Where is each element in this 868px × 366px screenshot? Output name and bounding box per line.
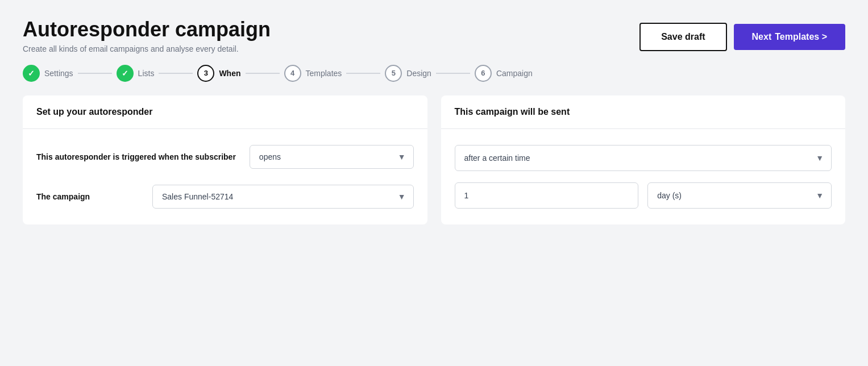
checkmark-icon: ✓ xyxy=(28,69,35,78)
timing-unit-select[interactable]: day (s) hour (s) minute (s) week (s) xyxy=(647,182,832,209)
timing-unit-wrapper: day (s) hour (s) minute (s) week (s) ▼ xyxy=(647,182,832,209)
header-left: Autoresponder campaign Create all kinds … xyxy=(23,18,271,53)
campaign-select[interactable]: Sales Funnel-52714 Campaign A Campaign B xyxy=(152,185,414,209)
left-card-title: Set up your autoresponder xyxy=(36,107,414,117)
trigger-label: This autoresponder is triggered when the… xyxy=(36,152,236,161)
next-label: Next xyxy=(752,32,772,42)
step-campaign-circle: 6 xyxy=(475,65,492,82)
step-design-number: 5 xyxy=(392,69,396,77)
step-settings-label: Settings xyxy=(44,69,73,78)
step-connector-2 xyxy=(159,73,193,74)
step-when-label: When xyxy=(219,69,240,78)
timing-number-input[interactable] xyxy=(455,182,639,209)
step-when-number: 3 xyxy=(204,69,208,77)
main-content: Set up your autoresponder This autorespo… xyxy=(0,95,868,247)
header-right: Save draft Next Templates > xyxy=(639,23,845,51)
left-card-body: This autoresponder is triggered when the… xyxy=(23,129,427,224)
left-card: Set up your autoresponder This autorespo… xyxy=(23,95,427,224)
timing-select[interactable]: after a certain time immediately on a sp… xyxy=(455,145,832,171)
step-design-circle: 5 xyxy=(385,65,402,82)
right-card-body: after a certain time immediately on a sp… xyxy=(441,129,846,224)
left-card-header: Set up your autoresponder xyxy=(23,95,427,129)
right-card-title: This campaign will be sent xyxy=(455,107,832,117)
checkmark-icon-2: ✓ xyxy=(122,69,128,78)
timing-select-wrapper: after a certain time immediately on a sp… xyxy=(455,145,832,171)
step-lists-circle: ✓ xyxy=(117,65,134,82)
step-templates-label: Templates xyxy=(306,69,342,78)
page-header: Autoresponder campaign Create all kinds … xyxy=(0,0,868,65)
step-templates[interactable]: 4 Templates xyxy=(284,65,342,82)
trigger-select-wrapper: opens clicks subscribes unsubscribes ▼ xyxy=(250,145,414,169)
trigger-select[interactable]: opens clicks subscribes unsubscribes xyxy=(250,145,414,169)
step-connector-5 xyxy=(436,73,470,74)
step-campaign[interactable]: 6 Campaign xyxy=(475,65,533,82)
timing-number-wrapper xyxy=(455,182,639,209)
step-campaign-number: 6 xyxy=(481,69,485,77)
right-card-header: This campaign will be sent xyxy=(441,95,846,129)
step-settings-circle: ✓ xyxy=(23,65,40,82)
campaign-row: The campaign Sales Funnel-52714 Campaign… xyxy=(36,185,414,209)
trigger-row: This autoresponder is triggered when the… xyxy=(36,145,414,169)
step-connector-4 xyxy=(346,73,380,74)
page-subtitle: Create all kinds of email campaigns and … xyxy=(23,44,271,53)
step-templates-circle: 4 xyxy=(284,65,301,82)
steps-bar: ✓ Settings ✓ Lists 3 When 4 Templates 5 … xyxy=(0,65,868,95)
page-title: Autoresponder campaign xyxy=(23,18,271,41)
campaign-label: The campaign xyxy=(36,192,139,201)
step-design[interactable]: 5 Design xyxy=(385,65,431,82)
campaign-select-wrapper: Sales Funnel-52714 Campaign A Campaign B… xyxy=(152,185,414,209)
right-card: This campaign will be sent after a certa… xyxy=(441,95,846,224)
step-templates-number: 4 xyxy=(290,69,294,77)
step-when[interactable]: 3 When xyxy=(197,65,240,82)
timing-row: day (s) hour (s) minute (s) week (s) ▼ xyxy=(455,182,832,209)
step-settings[interactable]: ✓ Settings xyxy=(23,65,73,82)
step-lists-label: Lists xyxy=(138,69,155,78)
step-when-circle: 3 xyxy=(197,65,214,82)
next-templates-button[interactable]: Next Templates > xyxy=(734,24,845,50)
step-connector-1 xyxy=(78,73,112,74)
next-suffix: Templates > xyxy=(775,32,827,42)
step-lists[interactable]: ✓ Lists xyxy=(117,65,155,82)
step-connector-3 xyxy=(246,73,280,74)
step-campaign-label: Campaign xyxy=(496,69,533,78)
step-design-label: Design xyxy=(406,69,431,78)
save-draft-button[interactable]: Save draft xyxy=(639,23,726,51)
